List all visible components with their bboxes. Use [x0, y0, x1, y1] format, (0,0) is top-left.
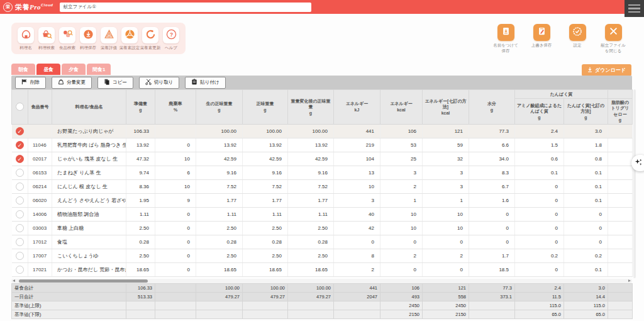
summary-value-cell — [608, 293, 633, 301]
change-amount-button[interactable]: 分量変更 — [52, 77, 92, 89]
nutrient-update-button[interactable]: 栄養素更新 — [142, 27, 159, 51]
overwrite-save-button[interactable]: 上書き保存 — [527, 24, 556, 54]
tab-breakfast[interactable]: 朝食 — [11, 64, 35, 75]
row-select-cell[interactable]: ✓ — [12, 124, 28, 138]
value-cell: 2.50 — [288, 221, 334, 235]
save-as-icon — [501, 26, 511, 38]
value-cell: 3 — [423, 166, 469, 179]
row-checkbox[interactable] — [16, 169, 24, 177]
row-checkbox[interactable] — [16, 224, 24, 232]
row-select-cell[interactable] — [12, 221, 28, 235]
sparkle-assistant-button[interactable] — [631, 155, 644, 171]
scrollbar-thumb[interactable] — [19, 279, 148, 283]
table-row[interactable]: 06020えんどう さやえんどう 若ざや 生1.9591.771.771.773… — [12, 193, 633, 207]
row-select-cell[interactable] — [12, 249, 28, 262]
value-cell: 121 — [423, 124, 469, 138]
value-cell: 3.0 — [564, 124, 608, 138]
summary-label-cell: 昼食合計 — [12, 284, 126, 293]
tab-lunch[interactable]: 昼食 — [36, 64, 60, 75]
save-as-button[interactable]: 名前をつけて保存 — [491, 24, 520, 54]
row-checkbox[interactable]: ✓ — [16, 127, 24, 135]
row-checkbox[interactable] — [16, 196, 24, 205]
table-row[interactable]: ✓お野菜たっぷり肉じゃが106.33100.00100.00100.004411… — [12, 124, 633, 138]
tab-snack1[interactable]: 間食1 — [87, 64, 111, 75]
row-checkbox[interactable] — [16, 252, 24, 260]
copy-button[interactable]: コピー — [97, 77, 133, 89]
tool-label: 料理保存 — [80, 45, 96, 51]
table-row[interactable]: ✓11046乳用肥育牛肉 ばら 脂身つき 生 13.92013.9213.921… — [12, 138, 633, 152]
value-cell — [608, 124, 633, 138]
col-header: 水分g — [469, 90, 515, 125]
nutrient-settings-button[interactable]: 栄養素設定 — [121, 27, 138, 51]
hamburger-menu-button[interactable] — [625, 0, 644, 17]
row-checkbox[interactable]: ✓ — [16, 155, 24, 163]
settings-button[interactable]: 設定 — [563, 24, 592, 54]
dish-search-button[interactable]: 料理検索 — [38, 27, 55, 51]
food-search-button[interactable]: 食品検索 — [58, 27, 76, 51]
download-button[interactable]: ダウンロード — [582, 64, 631, 76]
row-select-cell[interactable] — [12, 207, 28, 221]
food-name-cell: 植物油脂類 調合油 — [52, 207, 126, 221]
value-cell: 2 — [423, 249, 469, 262]
summary-value-cell: 2047 — [334, 293, 380, 301]
value-cell: 9 — [155, 193, 196, 207]
select-all-checkbox[interactable] — [16, 103, 24, 111]
table-row[interactable]: 17021かつお・昆布だし 荒節・昆布だし18.65018.6518.6518.… — [12, 262, 633, 276]
tool-label: 料理検索 — [38, 45, 55, 51]
scroll-left-arrow[interactable] — [13, 279, 15, 282]
tab-dinner[interactable]: 夕食 — [62, 64, 86, 75]
row-select-cell[interactable] — [12, 166, 28, 179]
value-cell: 13 — [334, 166, 380, 179]
close-file-button[interactable]: 献立ファイルを閉じる — [599, 24, 628, 54]
summary-value-cell: 373.1 — [469, 293, 515, 301]
row-select-cell[interactable]: ✓ — [12, 138, 28, 152]
tool-label: ヘルプ — [165, 45, 177, 51]
meal-tabs: 朝食 昼食 夕食 間食1 — [11, 64, 111, 75]
table-row[interactable]: 06153たまねぎ りん茎 生9.7469.169.169.1613338.30… — [12, 166, 633, 179]
help-button[interactable]: ? ヘルプ — [162, 27, 180, 51]
summary-value-cell: 100.00 — [196, 284, 243, 293]
action-label: 名前をつけて保存 — [491, 43, 520, 54]
value-cell: 0.1 — [564, 262, 608, 276]
menu-file-name-input[interactable] — [60, 3, 311, 12]
table-row[interactable]: 06214にんじん 根 皮なし 生8.36107.527.527.5210236… — [12, 179, 633, 193]
value-cell: 25 — [380, 152, 423, 166]
delete-button[interactable]: 削除 — [15, 77, 46, 89]
row-checkbox[interactable]: ✓ — [16, 141, 24, 149]
paste-button[interactable]: 貼り付け — [185, 77, 225, 89]
value-cell: 42.59 — [288, 152, 334, 166]
value-cell: 0 — [155, 207, 196, 221]
row-select-cell[interactable] — [12, 235, 28, 249]
table-row[interactable]: 17012食塩0.2800.280.280.28000000 — [12, 235, 633, 249]
row-select-cell[interactable] — [12, 193, 28, 207]
value-cell: 8.36 — [126, 179, 155, 193]
value-cell: 2 — [380, 249, 423, 262]
select-all-header[interactable] — [12, 90, 28, 125]
summary-value-cell — [608, 310, 633, 319]
cut-button[interactable]: 切り取り — [139, 77, 179, 89]
row-checkbox[interactable] — [16, 183, 24, 191]
row-select-cell[interactable]: ✓ — [12, 152, 28, 166]
table-row[interactable]: 03003車糖 上白糖2.5002.502.502.50421010000 — [12, 221, 633, 235]
dish-save-button[interactable]: 料理保存 — [79, 27, 97, 51]
row-select-cell[interactable] — [12, 262, 28, 276]
value-cell: 6 — [155, 166, 196, 179]
value-cell: 13.92 — [126, 138, 155, 152]
scroll-right-arrow[interactable] — [628, 279, 631, 282]
table-row[interactable]: ✓02017じゃがいも 塊茎 皮なし 生47.321042.5942.5942.… — [12, 152, 633, 166]
vertical-scrollbar[interactable] — [633, 89, 636, 278]
value-cell — [608, 138, 633, 152]
value-cell: 47.32 — [126, 152, 155, 166]
nutrition-eval-button[interactable]: 栄養評価 — [100, 27, 118, 51]
table-row[interactable]: 17007こいくちしょうゆ2.5002.502.502.508221.70.20… — [12, 249, 633, 262]
horizontal-scrollbar[interactable] — [11, 279, 632, 283]
row-checkbox[interactable] — [16, 238, 24, 246]
row-checkbox[interactable] — [16, 266, 24, 274]
value-cell: 1.11 — [243, 207, 288, 221]
value-cell — [608, 166, 633, 179]
row-checkbox[interactable] — [16, 210, 24, 218]
row-select-cell[interactable] — [12, 179, 28, 193]
dish-name-button[interactable]: 料理名 — [17, 27, 35, 51]
value-cell: 100.00 — [288, 124, 334, 138]
table-row[interactable]: 14006植物油脂類 調合油1.1101.111.111.11401010000 — [12, 207, 633, 221]
